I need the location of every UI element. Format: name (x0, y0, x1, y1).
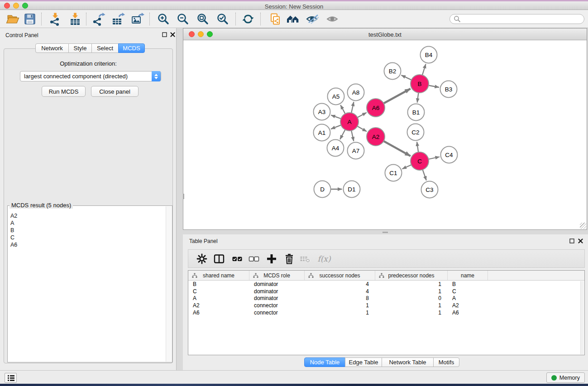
column-header-name[interactable]: name (448, 271, 488, 280)
deselect-all-button[interactable] (247, 252, 261, 266)
cell-shared-name[interactable]: C (188, 288, 249, 295)
cell-successor-nodes[interactable]: 1 (305, 310, 375, 316)
graph-node-D1[interactable]: D1 (344, 181, 360, 198)
tab-network-table[interactable]: Network Table (382, 357, 434, 367)
cell-predecessor-nodes[interactable]: 1 (375, 281, 448, 287)
show-column-button[interactable] (212, 252, 226, 266)
table-row-a6[interactable]: A6connector11A6 (188, 309, 584, 316)
graph-node-C4[interactable]: C4 (441, 147, 458, 163)
network-graph[interactable]: B4B2BB3A8A5A6A3B1AC2A1A2A4A7C4CC1C3DD1 (183, 40, 587, 229)
graph-node-A8[interactable]: A8 (348, 84, 364, 101)
close-table-panel-icon[interactable] (577, 238, 583, 244)
run-mcds-button[interactable]: Run MCDS (42, 86, 86, 97)
cell-predecessor-nodes[interactable]: 1 (375, 288, 448, 295)
cell-predecessor-nodes[interactable]: 1 (375, 310, 448, 316)
search-field[interactable] (449, 14, 584, 24)
cell-successor-nodes[interactable]: 8 (305, 295, 375, 301)
cell-predecessor-nodes[interactable]: 0 (375, 295, 448, 301)
zoom-in-button[interactable] (155, 11, 172, 27)
graph-node-A1[interactable]: A1 (314, 124, 330, 141)
cell-mcds-role[interactable]: connector (249, 310, 305, 316)
cell-successor-nodes[interactable]: 1 (305, 302, 375, 309)
cell-shared-name[interactable]: A (188, 295, 249, 301)
select-all-button[interactable] (230, 252, 244, 266)
table-row-c[interactable]: Cdominator41C (188, 288, 584, 295)
cell-shared-name[interactable]: B (188, 281, 249, 287)
graph-node-A2[interactable]: A2 (367, 128, 385, 146)
create-column-button[interactable] (265, 252, 278, 266)
mcds-result-scrollbar[interactable] (166, 206, 172, 362)
cell-mcds-role[interactable]: dominator (249, 288, 305, 295)
cell-successor-nodes[interactable]: 4 (305, 281, 375, 287)
network-canvas[interactable]: B4B2BB3A8A5A6A3B1AC2A1A2A4A7C4CC1C3DD1 (183, 40, 587, 229)
cell-name[interactable]: A6 (448, 310, 488, 316)
cell-shared-name[interactable]: A6 (188, 310, 249, 316)
graph-node-A7[interactable]: A7 (348, 143, 364, 159)
graph-node-A[interactable]: A (340, 113, 359, 131)
graph-node-B3[interactable]: B3 (440, 81, 457, 98)
mcds-result-item-b[interactable]: B (10, 227, 17, 234)
tab-network[interactable]: Network (35, 43, 69, 53)
float-table-panel-icon[interactable] (569, 238, 575, 244)
graph-node-A3[interactable]: A3 (314, 104, 330, 120)
cell-name[interactable]: A (448, 295, 488, 301)
cell-mcds-role[interactable]: dominator (249, 281, 305, 287)
graph-node-C1[interactable]: C1 (385, 165, 402, 181)
graph-node-C3[interactable]: C3 (421, 181, 438, 198)
table-settings-button[interactable] (195, 252, 209, 266)
table-row-b[interactable]: Bdominator41B (188, 281, 584, 288)
cell-name[interactable]: A2 (448, 302, 488, 309)
import-network-button[interactable] (47, 11, 63, 27)
table-row-a2[interactable]: A2connector11A2 (188, 302, 584, 309)
column-header-successor-nodes[interactable]: successor nodes (305, 271, 375, 280)
graph-node-B[interactable]: B (411, 75, 429, 93)
mcds-result-item-a[interactable]: A (10, 219, 17, 227)
criterion-dropdown[interactable]: largest connected component (directed) (20, 71, 161, 81)
cell-mcds-role[interactable]: connector (249, 302, 305, 309)
close-panel-icon[interactable] (169, 31, 176, 38)
window-resize-grip[interactable] (580, 223, 586, 229)
delete-table-button[interactable] (298, 252, 312, 266)
open-session-button[interactable] (5, 11, 21, 27)
tab-node-table[interactable]: Node Table (304, 357, 345, 367)
tab-mcds[interactable]: MCDS (118, 43, 145, 53)
export-table-button[interactable] (110, 11, 126, 27)
refresh-button[interactable] (240, 11, 256, 27)
graph-node-A4[interactable]: A4 (327, 140, 344, 157)
export-image-button[interactable] (129, 11, 146, 27)
apply-function-button[interactable]: f(x) (315, 252, 333, 266)
tab-style[interactable]: Style (68, 43, 92, 53)
cell-name[interactable]: C (448, 288, 488, 295)
column-header-shared-name[interactable]: shared name (188, 271, 249, 280)
cell-predecessor-nodes[interactable]: 1 (375, 302, 448, 309)
mcds-result-item-a2[interactable]: A2 (10, 212, 17, 219)
search-input[interactable] (463, 15, 580, 23)
cell-successor-nodes[interactable]: 4 (305, 288, 375, 295)
column-header-predecessor-nodes[interactable]: predecessor nodes (375, 271, 448, 280)
cell-shared-name[interactable]: A2 (188, 302, 249, 309)
memory-button[interactable]: Memory (546, 372, 585, 383)
table-scrollbar[interactable] (580, 281, 584, 354)
mcds-result-item-c[interactable]: C (10, 234, 17, 241)
graph-node-B1[interactable]: B1 (408, 104, 425, 121)
table-row-a[interactable]: Adominator80A (188, 295, 584, 302)
zoom-out-button[interactable] (175, 11, 191, 27)
mcds-result-item-a6[interactable]: A6 (10, 241, 17, 248)
home-views-button[interactable] (285, 11, 301, 27)
tab-edge-table[interactable]: Edge Table (345, 357, 382, 367)
graph-node-B2[interactable]: B2 (384, 63, 401, 80)
graph-node-B4[interactable]: B4 (421, 47, 437, 63)
zoom-fit-button[interactable] (195, 11, 211, 27)
task-history-button[interactable] (5, 373, 17, 383)
export-network-button[interactable] (91, 11, 107, 27)
tab-select[interactable]: Select (91, 43, 119, 53)
import-table-button[interactable] (67, 11, 83, 27)
float-panel-icon[interactable] (161, 31, 167, 38)
graph-node-A6[interactable]: A6 (367, 99, 385, 117)
graph-node-C[interactable]: C (411, 152, 429, 170)
graph-node-D[interactable]: D (314, 181, 331, 198)
column-header-mcds-role[interactable]: MCDS role (249, 271, 305, 280)
clone-network-button[interactable] (267, 11, 283, 27)
tab-motifs[interactable]: Motifs (433, 357, 459, 367)
show-all-button[interactable] (325, 11, 341, 27)
